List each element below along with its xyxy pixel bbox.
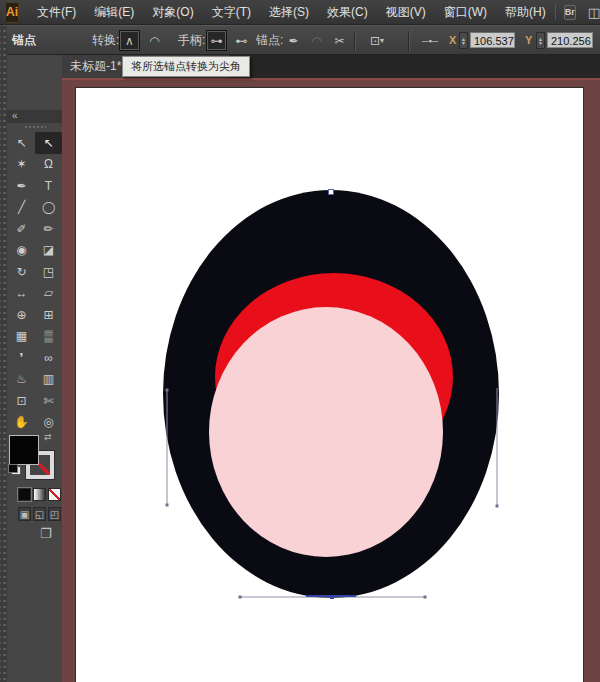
divider xyxy=(555,4,556,20)
remove-anchor-button[interactable]: ✒ xyxy=(283,30,304,51)
direct-selection-tool[interactable]: ↖ xyxy=(35,132,62,154)
workspace-switcher[interactable]: ◫ ▾ xyxy=(588,5,600,20)
free-transform-tool[interactable]: ▱ xyxy=(35,283,62,305)
anchor-control-bar: 锚点 转换: ∧ ◠ 手柄: ⊶ ⊷ 锚点: ✒ ◠ ✂ ⊡ ▾ ─▪─ X ▲… xyxy=(0,25,600,55)
magic-wand-tool[interactable]: ✶ xyxy=(8,154,35,176)
menu-bar: Ai 文件(F) 编辑(E) 对象(O) 文字(T) 选择(S) 效果(C) 视… xyxy=(0,0,600,25)
type-tool[interactable]: T xyxy=(35,175,62,197)
swap-fill-stroke-icon[interactable]: ⇄ xyxy=(44,432,52,442)
draw-inside-button[interactable]: ◰ xyxy=(48,507,61,521)
pencil-tool[interactable]: ✏ xyxy=(35,218,62,240)
x-label: X xyxy=(449,26,456,55)
symbol-sprayer-tool[interactable]: ♨ xyxy=(8,369,35,391)
show-handles-button[interactable]: ⊶ xyxy=(206,30,227,51)
artboard[interactable] xyxy=(75,87,584,682)
tool-grid: ↖ ↖ ✶ Ω ✒ T ╱ ◯ ✐ ✏ ◉ ◪ ↻ ◳ ↔ ▱ ⊕ ⊞ ▦ ▒ … xyxy=(8,132,62,433)
pasteboard xyxy=(62,78,600,682)
draw-normal-button[interactable]: ▣ xyxy=(18,507,31,521)
convert-to-smooth-button[interactable]: ◠ xyxy=(144,30,165,51)
stepper-down-icon[interactable]: ▼ xyxy=(538,41,543,45)
artboard-tool[interactable]: ⊡ xyxy=(8,390,35,412)
hand-tool[interactable]: ✋ xyxy=(8,412,35,434)
panel-label: 锚点 xyxy=(12,26,36,55)
handles-group-label: 手柄: xyxy=(178,26,205,55)
draw-behind-button[interactable]: ◱ xyxy=(33,507,46,521)
menu-help[interactable]: 帮助(H) xyxy=(496,0,555,25)
lasso-tool[interactable]: Ω xyxy=(35,154,62,176)
shape-builder-tool[interactable]: ⊕ xyxy=(8,304,35,326)
menu-select[interactable]: 选择(S) xyxy=(260,0,318,25)
bridge-button[interactable]: Br xyxy=(564,5,576,20)
cut-path-button[interactable]: ✂ xyxy=(329,30,350,51)
scale-tool[interactable]: ◳ xyxy=(35,261,62,283)
slice-tool[interactable]: ✄ xyxy=(35,390,62,412)
paintbrush-tool[interactable]: ✐ xyxy=(8,218,35,240)
mesh-tool[interactable]: ▦ xyxy=(8,326,35,348)
line-tool[interactable]: ╱ xyxy=(8,197,35,219)
selection-tool[interactable]: ↖ xyxy=(8,132,35,154)
none-button[interactable] xyxy=(48,488,61,501)
app-logo[interactable]: Ai xyxy=(5,2,19,23)
chevron-down-icon: ▾ xyxy=(380,36,384,45)
bounding-box-icon: ⊡ xyxy=(370,34,380,48)
menu-object[interactable]: 对象(O) xyxy=(143,0,202,25)
convert-group-label: 转换: xyxy=(92,26,119,55)
panel-drag-grip[interactable] xyxy=(24,125,46,129)
illustrator-window: Ai 文件(F) 编辑(E) 对象(O) 文字(T) 选择(S) 效果(C) 视… xyxy=(0,0,600,682)
menu-edit[interactable]: 编辑(E) xyxy=(85,0,143,25)
color-button[interactable] xyxy=(18,488,31,501)
convert-to-corner-button[interactable]: ∧ xyxy=(119,30,140,51)
menu-effect[interactable]: 效果(C) xyxy=(318,0,377,25)
stepper-down-icon[interactable]: ▼ xyxy=(461,41,466,45)
zoom-tool[interactable]: ◎ xyxy=(35,412,62,434)
tools-panel: « ↖ ↖ ✶ Ω ✒ T ╱ ◯ ✐ ✏ ◉ ◪ ↻ ◳ ↔ ▱ ⊕ ⊞ ▦ … xyxy=(0,55,62,682)
screen-mode-button[interactable]: ❐ xyxy=(40,526,52,541)
column-graph-tool[interactable]: ▥ xyxy=(35,369,62,391)
blob-brush-tool[interactable]: ◉ xyxy=(8,240,35,262)
y-label: Y xyxy=(525,26,532,55)
fill-color-swatch[interactable] xyxy=(9,435,39,465)
divider xyxy=(354,31,356,51)
panel-collapse-button[interactable]: « xyxy=(7,110,62,123)
document-title: 未标题-1* xyxy=(70,58,121,75)
default-fill-chip xyxy=(8,464,18,473)
default-fill-stroke-icon[interactable] xyxy=(8,464,21,475)
y-value-field[interactable]: 210.256 xyxy=(547,32,593,48)
gradient-button[interactable] xyxy=(33,488,46,501)
menu-view[interactable]: 视图(V) xyxy=(377,0,435,25)
hide-handles-button[interactable]: ⊷ xyxy=(231,30,252,51)
y-stepper[interactable]: ▲ ▼ xyxy=(536,32,545,49)
blend-tool[interactable]: ∞ xyxy=(35,347,62,369)
x-stepper[interactable]: ▲ ▼ xyxy=(459,32,468,49)
perspective-grid-tool[interactable]: ⊞ xyxy=(35,304,62,326)
width-tool[interactable]: ↔ xyxy=(8,283,35,305)
menu-window[interactable]: 窗口(W) xyxy=(435,0,496,25)
rotate-tool[interactable]: ↻ xyxy=(8,261,35,283)
menu-type[interactable]: 文字(T) xyxy=(203,0,260,25)
connect-endpoints-button[interactable]: ◠ xyxy=(306,30,327,51)
menu-file[interactable]: 文件(F) xyxy=(28,0,85,25)
bounding-box-button[interactable]: ⊡ ▾ xyxy=(362,30,392,51)
workspace-layout-icon: ◫ xyxy=(588,5,600,20)
tooltip: 将所选锚点转换为尖角 xyxy=(122,56,250,77)
isolate-object-button[interactable]: ─▪─ xyxy=(416,30,444,51)
eyedropper-tool[interactable]: ❜ xyxy=(8,347,35,369)
ellipse-tool[interactable]: ◯ xyxy=(35,197,62,219)
anchors-group-label: 锚点: xyxy=(256,26,283,55)
eraser-tool[interactable]: ◪ xyxy=(35,240,62,262)
x-value-field[interactable]: 106.537 xyxy=(470,32,515,48)
pen-tool[interactable]: ✒ xyxy=(8,175,35,197)
divider xyxy=(408,31,410,51)
gradient-tool[interactable]: ▒ xyxy=(35,326,62,348)
panel-dock-grip[interactable] xyxy=(0,25,7,682)
